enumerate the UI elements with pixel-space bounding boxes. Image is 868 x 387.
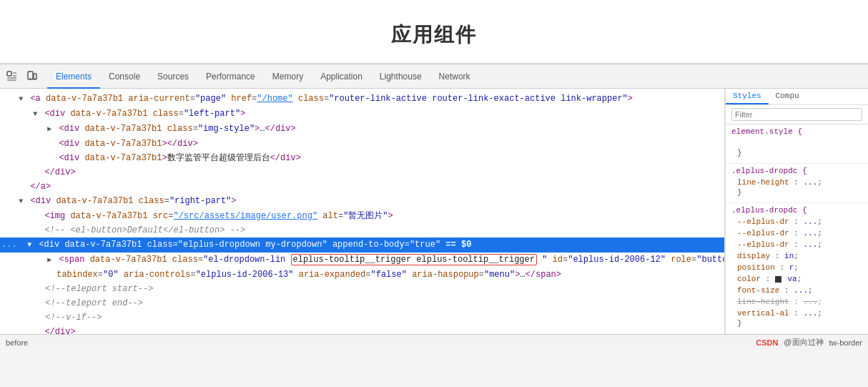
tab-application[interactable]: Application xyxy=(312,64,371,89)
dom-line[interactable]: <div data-v-7a7a37b1>数字监管平台超级管理后台</div> xyxy=(0,151,724,165)
triangle-icon[interactable] xyxy=(45,123,54,136)
tab-console[interactable]: Console xyxy=(100,64,149,89)
style-prop: vertical-al : ...; xyxy=(731,308,862,319)
styles-filter-input[interactable] xyxy=(731,108,862,121)
dom-line[interactable]: <!--teleport end--> xyxy=(0,296,724,310)
style-selector: .elplus-dropdc { xyxy=(731,206,862,215)
dom-line[interactable]: <div data-v-7a7a37b1></div> xyxy=(0,137,724,151)
toolbar-icons xyxy=(3,67,41,86)
style-prop: line-height : ...; xyxy=(731,296,862,308)
style-prop: color : va; xyxy=(731,273,862,285)
style-prop: --elplus-dr : ...; xyxy=(731,216,862,227)
style-selector: element.style { xyxy=(731,127,862,136)
devtools-bottom: before CSDN @面向过神 tw-border xyxy=(0,334,868,350)
dom-line[interactable]: </a> xyxy=(0,180,724,194)
style-prop: position : r; xyxy=(731,262,862,273)
style-rule: .elplus-dropdc { --elplus-dr : ...; --el… xyxy=(726,203,868,334)
dom-line[interactable]: <!--v-if--> xyxy=(0,310,724,325)
bottom-left: before xyxy=(6,338,28,347)
dom-line[interactable]: <img data-v-7a7a37b1 src="/src/assets/im… xyxy=(0,209,724,223)
style-selector: .elplus-dropdc { xyxy=(731,167,862,175)
devtools-toolbar: Elements Console Sources Performance Mem… xyxy=(0,64,868,89)
tw-border-tag: tw-border xyxy=(829,338,862,347)
triangle-icon[interactable] xyxy=(16,93,25,106)
dom-line[interactable]: </div> xyxy=(0,325,724,334)
dom-line[interactable]: <!-- <el-button>Default</el-button> --> xyxy=(0,223,724,237)
dom-line-selected[interactable]: ... <div data-v-7a7a37b1 class="elplus-d… xyxy=(0,237,724,253)
tab-elements[interactable]: Elements xyxy=(47,64,100,89)
svg-rect-0 xyxy=(7,72,11,76)
page-title: 应用组件 xyxy=(0,21,868,49)
dom-line[interactable]: <span data-v-7a7a37b1 class="el-dropdown… xyxy=(0,253,724,268)
devtools-panel: Elements Console Sources Performance Mem… xyxy=(0,64,868,350)
tab-memory[interactable]: Memory xyxy=(264,64,312,89)
bottom-tag: @面向过神 xyxy=(784,337,823,348)
dom-line[interactable]: tabindex="0" aria-controls="elplus-id-20… xyxy=(0,268,724,282)
triangle-icon[interactable] xyxy=(16,195,25,208)
tab-styles[interactable]: Styles xyxy=(726,89,769,104)
style-prop: line-height : ...; xyxy=(731,177,862,188)
device-icon[interactable] xyxy=(23,67,41,86)
bottom-right: CSDN @面向过神 tw-border xyxy=(756,337,862,348)
styles-panel: Styles Compu element.style { } .elplus-d… xyxy=(725,89,868,334)
tab-network[interactable]: Network xyxy=(430,64,479,89)
page-header: 应用组件 xyxy=(0,0,868,64)
style-rule: element.style { } xyxy=(726,124,868,164)
svg-point-4 xyxy=(34,78,36,79)
dom-line[interactable]: <div data-v-7a7a37b1 class="img-style">…… xyxy=(0,122,724,137)
dom-line[interactable]: </div> xyxy=(0,165,724,180)
dom-line[interactable]: <div data-v-7a7a37b1 class="right-part"> xyxy=(0,194,724,209)
tab-performance[interactable]: Performance xyxy=(197,64,264,89)
dots-indicator: ... xyxy=(1,238,17,251)
tab-computed[interactable]: Compu xyxy=(769,89,807,104)
bottom-logo: CSDN xyxy=(756,338,778,347)
style-prop: --elplus-dr : ...; xyxy=(731,239,862,250)
tab-sources[interactable]: Sources xyxy=(149,64,197,89)
style-prop: --elplus-dr : ...; xyxy=(731,227,862,239)
triangle-icon[interactable] xyxy=(45,254,54,267)
style-rule: .elplus-dropdc { line-height : ...; } xyxy=(726,164,868,203)
style-prop: font-size : ...; xyxy=(731,285,862,296)
devtools-main: <a data-v-7a7a37b1 aria-current="page" h… xyxy=(0,89,868,334)
svg-point-3 xyxy=(30,77,31,79)
tab-lighthouse[interactable]: Lighthouse xyxy=(371,64,430,89)
highlight-box: elplus-tooltip__trigger elplus-tooltip__… xyxy=(291,254,537,265)
triangle-icon[interactable] xyxy=(31,108,39,121)
dom-line[interactable]: <a data-v-7a7a37b1 aria-current="page" h… xyxy=(0,92,724,107)
style-prop xyxy=(731,137,862,149)
triangle-icon[interactable] xyxy=(25,239,34,252)
dom-line[interactable]: <!--teleport start--> xyxy=(0,282,724,296)
styles-tabs: Styles Compu xyxy=(726,89,868,105)
style-prop: display : in; xyxy=(731,250,862,262)
dom-line[interactable]: <div data-v-7a7a37b1 class="left-part"> xyxy=(0,107,724,122)
elements-panel[interactable]: <a data-v-7a7a37b1 aria-current="page" h… xyxy=(0,89,725,334)
inspect-icon[interactable] xyxy=(3,67,21,86)
styles-filter xyxy=(726,105,868,124)
